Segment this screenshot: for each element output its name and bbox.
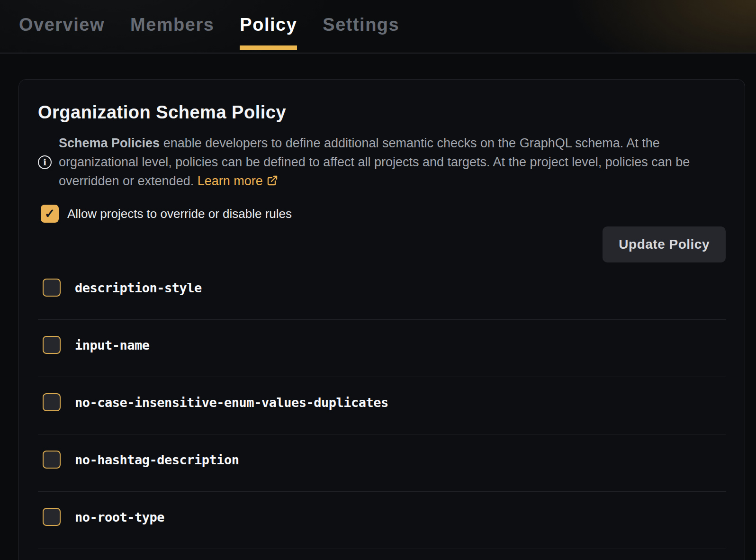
- rule-row: ✓ no-hashtag-description: [38, 434, 726, 492]
- schema-policy-card: Organization Schema Policy i Schema Poli…: [18, 79, 745, 560]
- page-title: Organization Schema Policy: [38, 101, 726, 123]
- override-rules-row: ✓ Allow projects to override or disable …: [38, 205, 726, 223]
- rule-row: ✓ no-case-insensitive-enum-values-duplic…: [38, 377, 726, 434]
- rule-name: description-style: [75, 280, 202, 295]
- override-rules-checkbox[interactable]: ✓: [41, 205, 59, 223]
- tab-settings[interactable]: Settings: [323, 0, 399, 50]
- rule-checkbox[interactable]: ✓: [43, 279, 61, 297]
- rule-checkbox[interactable]: ✓: [43, 508, 61, 526]
- rule-name: input-name: [75, 338, 150, 352]
- tab-members[interactable]: Members: [130, 0, 214, 50]
- rule-name: no-root-type: [75, 510, 164, 524]
- rule-row: ✓ no-root-type: [38, 492, 726, 549]
- update-policy-button[interactable]: Update Policy: [603, 226, 726, 262]
- rule-name: no-case-insensitive-enum-values-duplicat…: [75, 395, 388, 410]
- policy-description: Schema Policies enable developers to def…: [59, 134, 712, 190]
- actions-row: Update Policy: [38, 226, 726, 262]
- rule-checkbox[interactable]: ✓: [43, 336, 61, 354]
- rule-checkbox[interactable]: ✓: [43, 393, 61, 411]
- override-rules-label: Allow projects to override or disable ru…: [67, 207, 292, 221]
- tab-overview[interactable]: Overview: [19, 0, 105, 50]
- rules-list: ✓ description-style ✓ input-name ✓ no-ca…: [38, 262, 726, 549]
- page-content: Organization Schema Policy i Schema Poli…: [0, 54, 756, 560]
- rule-checkbox[interactable]: ✓: [43, 451, 61, 469]
- rule-name: no-hashtag-description: [75, 452, 239, 467]
- tab-policy[interactable]: Policy: [240, 0, 297, 50]
- rule-row: ✓ description-style: [38, 262, 726, 320]
- policy-description-lead: Schema Policies: [59, 136, 160, 150]
- rule-row: ✓ input-name: [38, 320, 726, 377]
- info-icon: i: [38, 155, 52, 169]
- learn-more-link[interactable]: Learn more: [198, 174, 278, 188]
- org-tab-bar: Overview Members Policy Settings: [0, 0, 756, 54]
- checkmark-icon: ✓: [45, 208, 55, 220]
- external-link-icon: [267, 175, 278, 186]
- policy-info-callout: i Schema Policies enable developers to d…: [38, 134, 726, 190]
